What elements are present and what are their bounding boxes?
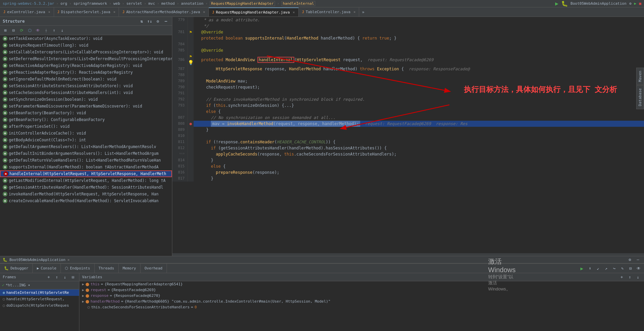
evaluate-button[interactable]: ✎ [619, 265, 626, 272]
var-item-request[interactable]: ▶ ⬤ request = {RequestFacade@6269} [79, 287, 644, 293]
tab-dispatcherservlet[interactable]: J DispatcherServlet.java × [54, 7, 119, 17]
breadcrumb-method[interactable]: method [161, 1, 175, 6]
breadcrumb-method-name[interactable]: handleInternal [281, 1, 316, 6]
struct-item-afterprops[interactable]: m afterPropertiesSet(): void [0, 123, 172, 130]
struct-item-setreactive[interactable]: m setReactiveAdapterRegistry(ReactiveAda… [0, 62, 172, 69]
breadcrumb-class[interactable]: RequestMappingHandlerAdapter [210, 1, 275, 6]
var-item-this[interactable]: ▶ ⬤ this = {RequestMappingHandlerAdapter… [79, 281, 644, 287]
up-icon[interactable]: ↑ [51, 27, 57, 34]
sort-alpha-icon[interactable]: ⇅ [138, 18, 145, 25]
breadcrumb-mvc[interactable]: mvc [148, 1, 155, 6]
struct-item-getbodyadvice[interactable]: m getBodyAdviceCount(Class<?>): int [0, 137, 172, 143]
visibility-icon[interactable]: 👁 [34, 27, 41, 34]
close-tab-dispatcher[interactable]: × [113, 10, 115, 14]
inherit-icon[interactable]: ⟊ [43, 27, 49, 34]
struct-item-getdefaultinit[interactable]: m getDefaultInitBinderArgumentResolvers(… [0, 150, 172, 157]
tab-requestmapping[interactable]: J RequestMappingHandlerAdapter.java × [209, 7, 299, 17]
close-debug-button[interactable]: ✕ [68, 258, 70, 262]
frame-dropdown[interactable]: ✓ *ht...ING ▾ [0, 281, 79, 289]
down-frame-icon[interactable]: ↓ [61, 274, 68, 281]
collapse-all-icon[interactable]: ⊟ [10, 27, 17, 34]
debug-minimize-icon[interactable]: — [635, 256, 641, 263]
struct-item-setsync[interactable]: m setSynchronizeOnSession(boolean): void [0, 96, 172, 103]
resume-button[interactable]: ▶ [578, 265, 585, 272]
close-tab-table[interactable]: × [353, 10, 355, 14]
struct-item-getreactive[interactable]: m getReactiveAdapterRegistry(): Reactive… [0, 69, 172, 76]
struct-item-setcacheseconds[interactable]: m setCacheSecondsForSessionAttributeHand… [0, 89, 172, 96]
frame-item-handleinternal[interactable]: ● handleInternal(HttpServletRe [0, 289, 79, 296]
filter-frames-icon[interactable]: ⊟ [70, 274, 76, 281]
expand-response[interactable]: ▶ [82, 294, 84, 298]
debug-tab-overhead[interactable]: Overhead [141, 264, 167, 273]
settings-structure-icon[interactable]: ⚙ [154, 18, 161, 25]
debug-tab-console[interactable]: ▶ Console [33, 264, 61, 273]
side-tab-maven[interactable]: Maven [636, 68, 644, 85]
frames-icon[interactable]: ⊟ [627, 265, 634, 272]
struct-item-initadvice[interactable]: m initControllerAdviceCache(): void [0, 130, 172, 137]
add-frame-icon[interactable]: + [45, 274, 52, 281]
run-icon[interactable]: ▶ [634, 1, 637, 6]
run-to-cursor-button[interactable]: ↪ [611, 265, 618, 272]
minimize-icon[interactable]: — [163, 18, 169, 25]
tab-abstracthandler[interactable]: J AbstractHandlerMethodAdapter.java × [119, 7, 209, 17]
breadcrumb-annotation[interactable]: annotation [181, 1, 203, 6]
debug-tab-endpoints[interactable]: ⬡ Endpoints [61, 264, 95, 273]
breadcrumb-jar[interactable]: spring-webmvc-5.3.2.jar [3, 1, 54, 6]
var-item-handlermethod[interactable]: ▶ ⬤ handlerMethod = {HandlerMethod@6605}… [79, 299, 644, 304]
close-tab-abstracthandler[interactable]: × [203, 10, 205, 14]
side-tab-database[interactable]: Database [636, 85, 644, 109]
filter-icon[interactable]: ⬡ [26, 27, 33, 34]
stop-icon[interactable]: ■ [639, 1, 641, 6]
navigate-prev-icon[interactable]: ⟳ [18, 27, 25, 34]
more-tabs-icon[interactable]: » [359, 10, 367, 15]
debug-tab-debugger[interactable]: 🐛 Debugger [0, 264, 33, 273]
debug-tab-memory[interactable]: Memory [119, 264, 141, 273]
struct-item-getbean[interactable]: m getBeanFactory(): ConfigurableBeanFact… [0, 116, 172, 123]
struct-item-setcallable[interactable]: m setCallableInterceptors(List<CallableP… [0, 49, 172, 55]
expand-this[interactable]: ▶ [82, 282, 84, 286]
run-button[interactable]: ▶ [555, 0, 559, 7]
struct-item-setsession[interactable]: m setSessionAttributeStore(SessionAttrib… [0, 82, 172, 89]
struct-item-getsessionattr[interactable]: m getSessionAttributesHandler(HandlerMet… [0, 184, 172, 191]
add-var-icon[interactable]: + [618, 274, 625, 281]
expand-request[interactable]: ▶ [82, 288, 84, 292]
debug-button[interactable]: 🐛 [561, 0, 568, 7]
breadcrumb-org[interactable]: org [60, 1, 67, 6]
breadcrumb-servlet[interactable]: servlet [126, 1, 142, 6]
up-var-icon[interactable]: ↑ [626, 274, 633, 281]
debug-tab-threads[interactable]: Threads [95, 264, 119, 273]
struct-item-invokehandler[interactable]: m invokeHandlerMethod(HttpServletRequest… [0, 191, 172, 197]
struct-item-setasynctimeout[interactable]: m setAsyncRequestTimeout(long): void [0, 42, 172, 49]
struct-item-setbean[interactable]: m setBeanFactory(BeanFactory): void [0, 110, 172, 116]
down-var-icon[interactable]: ↓ [635, 274, 641, 281]
down-icon[interactable]: ↓ [59, 27, 66, 34]
step-into-button[interactable]: ↙ [595, 265, 601, 272]
struct-item-setignore[interactable]: m setIgnoreDefaultModelOnRedirect(boolea… [0, 76, 172, 82]
horizontal-scrollbar[interactable] [172, 253, 644, 256]
step-over-button[interactable]: ⬇ [587, 265, 593, 272]
step-out-button[interactable]: ↗ [603, 265, 610, 272]
breadcrumb-framework[interactable]: springframework [73, 1, 107, 6]
breadcrumb-web[interactable]: web [113, 1, 120, 6]
code-area[interactable]: 779 * as a model attribute. */ 781 ⚑ @Ov… [172, 17, 644, 253]
struct-item-handleinternal[interactable]: m handleInternal(HttpServletRequest, Htt… [0, 170, 172, 177]
tab-tablecontroller[interactable]: J TableController.java × [299, 7, 360, 17]
frame-item-handle[interactable]: ○ handle(HttpServletRequest, [0, 296, 79, 302]
close-tab-requestmapping[interactable]: × [293, 10, 295, 14]
watch-icon[interactable]: 👁 [635, 265, 642, 272]
close-tab-excontroller[interactable]: × [48, 10, 50, 14]
struct-item-setparam[interactable]: m setParameterNameDiscoverer(ParameterNa… [0, 103, 172, 110]
debug-settings-icon[interactable]: ⚙ [626, 256, 633, 263]
expand-all-icon[interactable]: ⊞ [2, 27, 9, 34]
struct-item-getdefaultreturn[interactable]: m getDefaultReturnValueHandlers(): List<… [0, 157, 172, 164]
sort-visibility-icon[interactable]: ↑↓ [146, 18, 153, 25]
struct-item-supportsinternal[interactable]: m supportsInternal(HandlerMethod): boole… [0, 164, 172, 170]
expand-handlermethod[interactable]: ▶ [82, 300, 84, 303]
struct-item-setdeferred[interactable]: m setDeferredResultInterceptors(List<Def… [0, 55, 172, 62]
settings-icon[interactable]: ⚙ [629, 1, 631, 6]
struct-item-getdefaultarg[interactable]: m getDefaultArgumentResolvers(): List<Ha… [0, 143, 172, 150]
struct-item-settaskexecutor[interactable]: m setTaskExecutor(AsyncTaskExecutor): vo… [0, 35, 172, 42]
tab-excontroller[interactable]: J exController.java × [0, 7, 54, 17]
struct-item-createinvocable[interactable]: m createInvocableHandlerMethod(HandlerMe… [0, 197, 172, 204]
up-frame-icon[interactable]: ↑ [53, 274, 60, 281]
